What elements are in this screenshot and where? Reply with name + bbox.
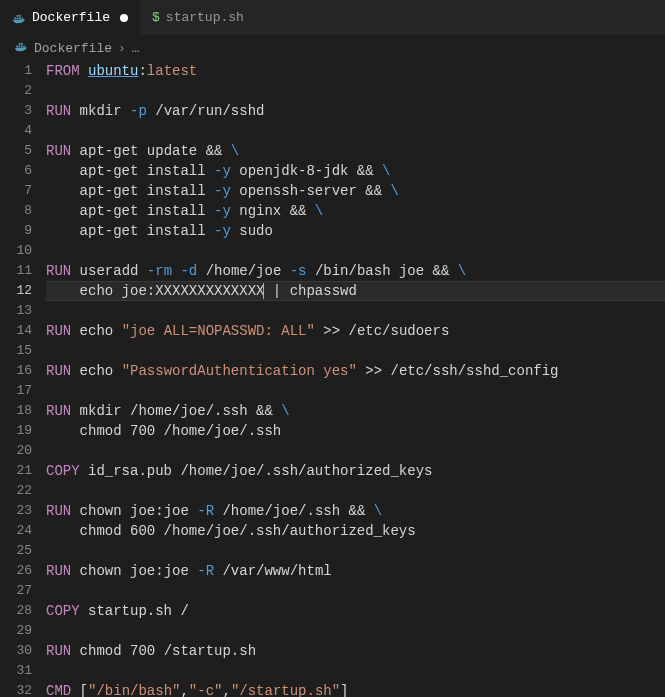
token-kw: RUN	[46, 563, 71, 579]
line-number: 25	[0, 541, 32, 561]
token-op: /var/www/html	[214, 563, 332, 579]
token-op: >> /etc/sudoers	[315, 323, 449, 339]
code-line[interactable]	[46, 621, 665, 641]
code-line[interactable]: RUN chown joe:joe -R /home/joe/.ssh && \	[46, 501, 665, 521]
token-kw: RUN	[46, 403, 71, 419]
docker-icon	[12, 11, 26, 25]
code-line[interactable]: COPY id_rsa.pub /home/joe/.ssh/authorize…	[46, 461, 665, 481]
token-op	[80, 63, 88, 79]
token-op: ,	[180, 683, 188, 697]
line-number: 13	[0, 301, 32, 321]
code-line[interactable]	[46, 301, 665, 321]
line-number: 3	[0, 101, 32, 121]
code-line[interactable]: FROM ubuntu:latest	[46, 61, 665, 81]
line-number: 27	[0, 581, 32, 601]
token-flag: -y	[214, 183, 231, 199]
token-cont: \	[382, 163, 390, 179]
token-op: :	[138, 63, 146, 79]
token-flag: -R	[197, 563, 214, 579]
code-line[interactable]	[46, 81, 665, 101]
code-line[interactable]: COPY startup.sh /	[46, 601, 665, 621]
code-area[interactable]: FROM ubuntu:latestRUN mkdir -p /var/run/…	[46, 61, 665, 697]
code-line[interactable]: echo joe:XXXXXXXXXXXXX | chpasswd	[46, 281, 665, 301]
code-line[interactable]: RUN mkdir -p /var/run/sshd	[46, 101, 665, 121]
token-op: /var/run/sshd	[147, 103, 265, 119]
line-number: 32	[0, 681, 32, 697]
token-op: chown joe:joe	[71, 563, 197, 579]
token-op: /home/joe	[197, 263, 289, 279]
token-op: nginx &&	[231, 203, 315, 219]
token-kw: RUN	[46, 323, 71, 339]
tab-label: Dockerfile	[32, 10, 110, 25]
code-line[interactable]	[46, 581, 665, 601]
dirty-indicator-icon	[120, 14, 128, 22]
code-line[interactable]: apt-get install -y nginx && \	[46, 201, 665, 221]
code-line[interactable]: RUN useradd -rm -d /home/joe -s /bin/bas…	[46, 261, 665, 281]
token-cont: \	[374, 503, 382, 519]
line-number: 11	[0, 261, 32, 281]
code-line[interactable]: apt-get install -y openssh-server && \	[46, 181, 665, 201]
code-line[interactable]: chmod 600 /home/joe/.ssh/authorized_keys	[46, 521, 665, 541]
line-number: 17	[0, 381, 32, 401]
token-op: openssh-server &&	[231, 183, 391, 199]
token-kw: RUN	[46, 103, 71, 119]
line-number: 30	[0, 641, 32, 661]
docker-icon	[14, 39, 28, 57]
line-number: 18	[0, 401, 32, 421]
code-line[interactable]: RUN chown joe:joe -R /var/www/html	[46, 561, 665, 581]
token-op: echo joe:XXXXXXXXXXXXX	[46, 283, 264, 299]
token-kw: COPY	[46, 463, 80, 479]
token-kw: RUN	[46, 503, 71, 519]
token-op: id_rsa.pub /home/joe/.ssh/authorized_key…	[80, 463, 433, 479]
token-kw: COPY	[46, 603, 80, 619]
token-cont: \	[315, 203, 323, 219]
token-img: ubuntu	[88, 63, 138, 79]
code-line[interactable]	[46, 341, 665, 361]
code-line[interactable]: apt-get install -y sudo	[46, 221, 665, 241]
token-op: chown joe:joe	[71, 503, 197, 519]
code-line[interactable]: RUN mkdir /home/joe/.ssh && \	[46, 401, 665, 421]
token-op: apt-get install	[46, 223, 214, 239]
code-line[interactable]	[46, 381, 665, 401]
token-cont: \	[231, 143, 239, 159]
token-op: mkdir /home/joe/.ssh &&	[71, 403, 281, 419]
tab-dockerfile[interactable]: Dockerfile	[0, 0, 140, 35]
line-number: 28	[0, 601, 32, 621]
code-line[interactable]: chmod 700 /home/joe/.ssh	[46, 421, 665, 441]
line-number: 4	[0, 121, 32, 141]
code-line[interactable]	[46, 121, 665, 141]
token-op: openjdk-8-jdk &&	[231, 163, 382, 179]
code-line[interactable]	[46, 441, 665, 461]
token-kw: FROM	[46, 63, 80, 79]
line-number: 12	[0, 281, 32, 301]
code-line[interactable]	[46, 661, 665, 681]
token-op: echo	[71, 363, 121, 379]
code-line[interactable]: RUN echo "PasswordAuthentication yes" >>…	[46, 361, 665, 381]
code-line[interactable]: RUN chmod 700 /startup.sh	[46, 641, 665, 661]
code-line[interactable]	[46, 481, 665, 501]
chevron-right-icon: ›	[118, 41, 126, 56]
token-str: "-c"	[189, 683, 223, 697]
line-number: 20	[0, 441, 32, 461]
line-number: 19	[0, 421, 32, 441]
token-op: startup.sh /	[80, 603, 189, 619]
code-line[interactable]	[46, 241, 665, 261]
tab-bar: Dockerfile $ startup.sh	[0, 0, 665, 35]
tab-startup-sh[interactable]: $ startup.sh	[140, 0, 256, 35]
token-flag: -y	[214, 223, 231, 239]
code-line[interactable]: CMD ["/bin/bash","-c","/startup.sh"]	[46, 681, 665, 697]
line-number: 21	[0, 461, 32, 481]
code-line[interactable]: RUN echo "joe ALL=NOPASSWD: ALL" >> /etc…	[46, 321, 665, 341]
token-str: "joe ALL=NOPASSWD: ALL"	[122, 323, 315, 339]
code-line[interactable]	[46, 541, 665, 561]
line-number: 10	[0, 241, 32, 261]
breadcrumb[interactable]: Dockerfile › …	[0, 35, 665, 61]
token-flag: -p	[130, 103, 147, 119]
line-number: 5	[0, 141, 32, 161]
code-line[interactable]: apt-get install -y openjdk-8-jdk && \	[46, 161, 665, 181]
token-op: apt-get install	[46, 203, 214, 219]
token-op: apt-get install	[46, 163, 214, 179]
code-editor[interactable]: 1234567891011121314151617181920212223242…	[0, 61, 665, 697]
code-line[interactable]: RUN apt-get update && \	[46, 141, 665, 161]
token-op: [	[71, 683, 88, 697]
